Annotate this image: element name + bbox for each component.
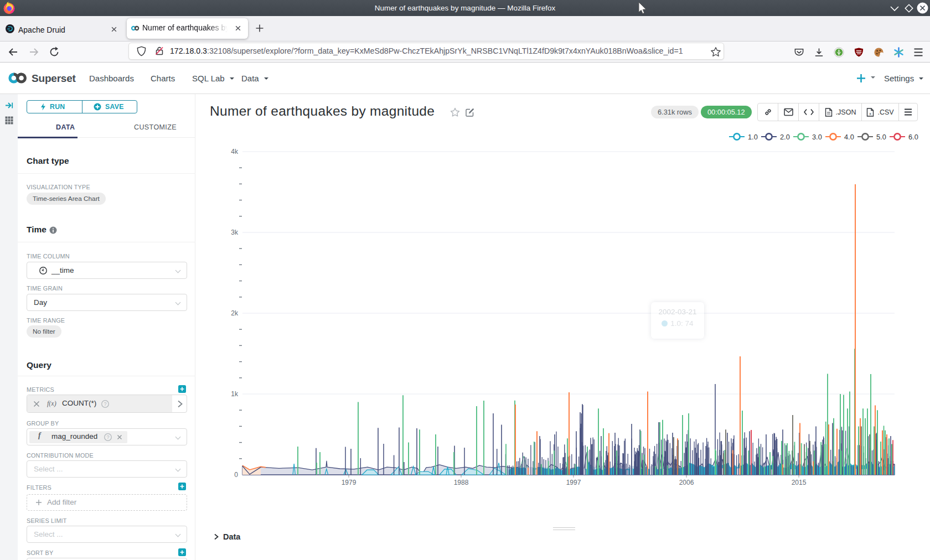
svg-text:2015: 2015 [792,479,807,486]
svg-text:1.0: 1.0 [748,133,758,141]
svg-text:4k: 4k [231,148,239,155]
svg-text:1979: 1979 [342,479,356,486]
svg-text:?: ? [106,434,109,440]
svg-text:3.0: 3.0 [812,133,822,141]
svg-text:1988: 1988 [454,479,469,486]
svg-text:?: ? [104,401,106,407]
svg-text:2006: 2006 [679,479,694,486]
svg-text:4.0: 4.0 [844,133,854,141]
svg-text:6.0: 6.0 [908,133,918,141]
svg-text:2k: 2k [231,309,239,317]
svg-text:5.0: 5.0 [876,133,886,141]
svg-text:3k: 3k [231,229,239,236]
svg-text:0: 0 [234,471,238,479]
svg-text:1997: 1997 [566,479,581,486]
svg-text:1k: 1k [231,390,239,398]
svg-text:2.0: 2.0 [780,133,790,141]
